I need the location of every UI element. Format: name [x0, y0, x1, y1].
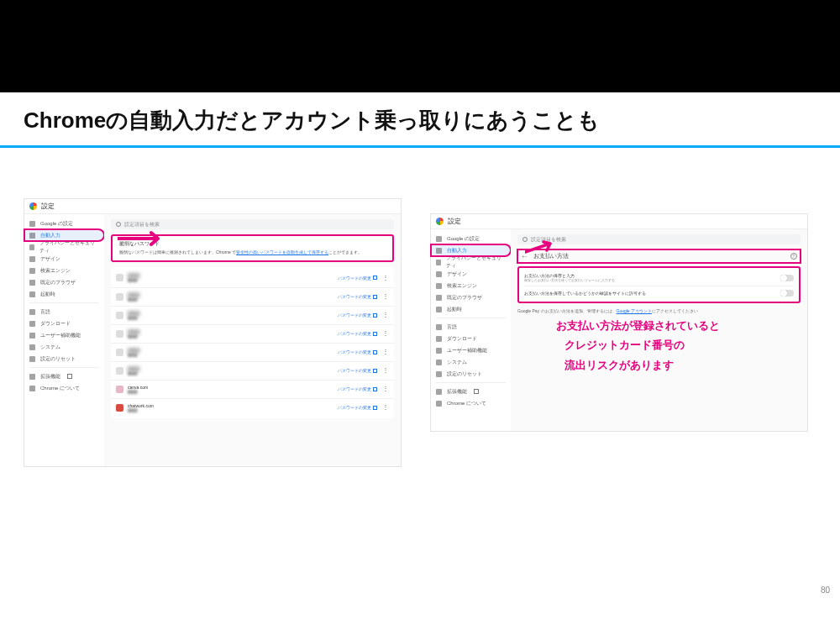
more-menu-icon[interactable]: ⋮	[382, 367, 389, 374]
username: ████	[128, 408, 338, 412]
sidebar-item-design[interactable]: デザイン	[24, 253, 104, 265]
more-menu-icon[interactable]: ⋮	[382, 404, 389, 411]
wrench-icon	[29, 344, 35, 350]
sidebar-item-reset[interactable]: 設定のリセット	[24, 353, 104, 365]
open-external-icon	[373, 369, 377, 373]
change-password-button[interactable]: パスワードの変更	[338, 405, 377, 410]
warning-text: 脆弱なパスワードは簡単に推測されてしまいます。Chrome で安全性の高いパスワ…	[119, 249, 386, 256]
person-icon	[29, 221, 35, 227]
open-external-icon	[373, 276, 377, 280]
site-favicon	[116, 367, 123, 375]
sidebar-separator	[436, 382, 506, 383]
password-row[interactable]: ████████パスワードの変更⋮	[111, 287, 394, 306]
more-menu-icon[interactable]: ⋮	[382, 312, 389, 318]
more-menu-icon[interactable]: ⋮	[382, 330, 389, 337]
site-favicon	[116, 386, 123, 393]
payment-methods-header[interactable]: ← お支払い方法 ?	[517, 249, 801, 263]
slide: Chromeの自動入力だとアカウント乗っ取りにあうことも 設定 Google の…	[0, 92, 840, 630]
settings-search-input[interactable]: 設定項目を検索	[111, 219, 394, 229]
sidebar-item-system[interactable]: システム	[431, 356, 511, 368]
page-number: 80	[821, 585, 830, 595]
autofill-icon	[29, 233, 35, 239]
toggle-switch[interactable]	[780, 275, 794, 281]
sidebar-item-google[interactable]: Google の設定	[431, 233, 511, 244]
open-external-icon	[373, 350, 377, 354]
sidebar-item-accessibility[interactable]: ユーザー補助機能	[24, 329, 104, 341]
more-menu-icon[interactable]: ⋮	[382, 275, 389, 281]
open-external-icon	[474, 389, 479, 394]
sidebar-item-language[interactable]: 言語	[24, 306, 104, 318]
change-password-button[interactable]: パスワードの変更	[338, 331, 377, 336]
sidebar-item-system[interactable]: システム	[24, 341, 104, 353]
change-password-button[interactable]: パスワードの変更	[338, 368, 377, 373]
site-favicon	[116, 404, 123, 412]
password-list: ████████パスワードの変更⋮ ████████パスワードの変更⋮ ████…	[111, 267, 394, 418]
password-row[interactable]: ████████パスワードの変更⋮	[111, 361, 394, 380]
more-menu-icon[interactable]: ⋮	[382, 386, 389, 392]
change-password-button[interactable]: パスワードの変更	[338, 386, 377, 391]
toggle-title: お支払い方法を保存しているかどうかの確認をサイトに許可する	[524, 291, 780, 296]
toggle-switch[interactable]	[780, 290, 794, 297]
autofill-icon	[436, 248, 442, 254]
sidebar-item-extensions[interactable]: 拡張機能	[431, 386, 511, 397]
sidebar-item-about[interactable]: Chrome について	[431, 397, 511, 409]
change-password-button[interactable]: パスワードの変更	[338, 276, 377, 281]
password-row[interactable]: chatwork.com████パスワードの変更⋮	[111, 398, 394, 417]
sidebar-item-accessibility[interactable]: ユーザー補助機能	[431, 344, 511, 356]
download-icon	[29, 321, 35, 327]
more-menu-icon[interactable]: ⋮	[382, 349, 389, 355]
window-title: 設定	[41, 202, 55, 211]
puzzle-icon	[29, 374, 35, 380]
password-row[interactable]: ████████パスワードの変更⋮	[111, 343, 394, 361]
open-external-icon	[373, 295, 377, 299]
more-menu-icon[interactable]: ⋮	[382, 293, 389, 300]
sidebar-item-startup[interactable]: 起動時	[24, 288, 104, 300]
browser-icon	[29, 280, 35, 286]
sidebar-item-default-browser[interactable]: 既定のブラウザ	[431, 291, 511, 303]
change-password-button[interactable]: パスワードの変更	[338, 294, 377, 299]
settings-search-input[interactable]: 設定項目を検索	[517, 234, 801, 244]
sidebar-item-design[interactable]: デザイン	[431, 268, 511, 280]
password-row[interactable]: canva.com████パスワードの変更⋮	[111, 380, 394, 398]
sidebar-item-search-engine[interactable]: 検索エンジン	[431, 280, 511, 291]
sidebar-item-privacy[interactable]: プライバシーとセキュリティ	[24, 241, 104, 253]
sidebar-item-search-engine[interactable]: 検索エンジン	[24, 265, 104, 276]
sidebar-item-startup[interactable]: 起動時	[431, 303, 511, 315]
username: ████	[128, 278, 338, 282]
sidebar-item-google[interactable]: Google の設定	[24, 218, 104, 229]
wrench-icon	[436, 360, 442, 365]
sidebar-item-download[interactable]: ダウンロード	[431, 333, 511, 344]
open-external-icon	[67, 374, 72, 379]
shield-icon	[436, 260, 441, 265]
paint-icon	[436, 271, 442, 277]
password-row[interactable]: ████████パスワードの変更⋮	[111, 306, 394, 324]
sidebar-item-language[interactable]: 言語	[431, 321, 511, 333]
google-account-link[interactable]: Google アカウント	[617, 308, 653, 313]
open-external-icon	[373, 387, 377, 391]
change-password-button[interactable]: パスワードの変更	[338, 349, 377, 354]
save-payment-toggle-row[interactable]: お支払い方法の保存と入力 保存したお支払い方法を使ってお支払いフォームに入力する	[524, 270, 794, 286]
window-title: 設定	[448, 217, 461, 226]
callout-line: お支払い方法が登録されていると	[556, 316, 720, 335]
title-area: Chromeの自動入力だとアカウント乗っ取りにあうことも	[0, 92, 840, 135]
sidebar-item-privacy[interactable]: プライバシーとセキュリティ	[431, 256, 511, 268]
sidebar-item-extensions[interactable]: 拡張機能	[24, 370, 104, 382]
annotation-arrow	[118, 230, 168, 247]
help-icon[interactable]: ?	[790, 253, 797, 260]
username: ████	[128, 371, 338, 375]
change-password-button[interactable]: パスワードの変更	[338, 312, 377, 318]
allow-check-toggle-row[interactable]: お支払い方法を保存しているかどうかの確認をサイトに許可する	[524, 286, 794, 300]
sidebar-item-reset[interactable]: 設定のリセット	[431, 368, 511, 380]
open-external-icon	[373, 406, 377, 410]
browser-icon	[436, 295, 442, 301]
sidebar-item-about[interactable]: Chrome について	[24, 382, 104, 394]
sidebar-item-default-browser[interactable]: 既定のブラウザ	[24, 276, 104, 288]
generate-password-link[interactable]: 安全性の高いパスワードを自動生成して保存する	[236, 249, 328, 255]
chrome-icon	[436, 218, 444, 225]
password-row[interactable]: ████████パスワードの変更⋮	[111, 324, 394, 343]
sidebar-item-download[interactable]: ダウンロード	[24, 318, 104, 329]
passwords-panel: 設定項目を検索 脆弱なパスワード 脆弱なパスワードは簡単に推測されてしまいます。…	[104, 214, 401, 466]
password-row[interactable]: ████████パスワードの変更⋮	[111, 269, 394, 287]
window-titlebar: 設定	[24, 199, 401, 214]
site-favicon	[116, 312, 123, 319]
